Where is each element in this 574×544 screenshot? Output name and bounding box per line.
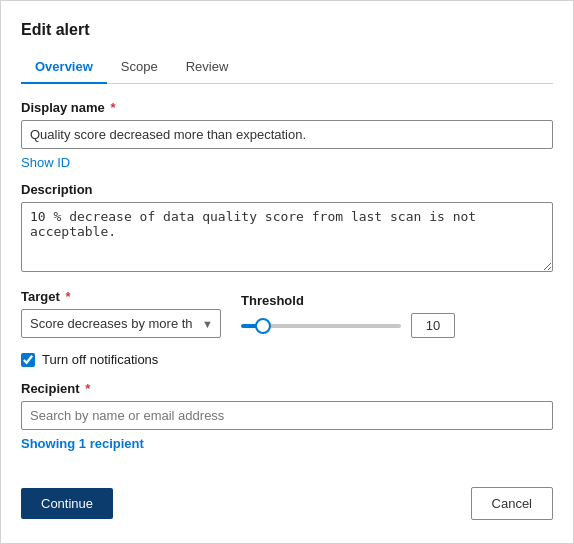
target-select-wrapper: Score decreases by more than ▼ [21, 309, 221, 338]
turn-off-notifications-checkbox[interactable] [21, 353, 35, 367]
required-star: * [107, 100, 116, 115]
target-select[interactable]: Score decreases by more than [21, 309, 221, 338]
edit-alert-dialog: Edit alert Overview Scope Review Display… [0, 0, 574, 544]
threshold-field: Threshold [241, 293, 553, 338]
continue-button[interactable]: Continue [21, 488, 113, 519]
threshold-label: Threshold [241, 293, 553, 308]
recipient-field: Recipient * Showing 1 recipient [21, 381, 553, 451]
tab-overview[interactable]: Overview [21, 53, 107, 84]
show-id-link[interactable]: Show ID [21, 155, 70, 170]
description-field: Description [21, 182, 553, 275]
turn-off-notifications-label[interactable]: Turn off notifications [42, 352, 158, 367]
turn-off-notifications-row: Turn off notifications [21, 352, 553, 367]
recipient-input[interactable] [21, 401, 553, 430]
tab-scope[interactable]: Scope [107, 53, 172, 84]
slider-container [241, 313, 553, 338]
cancel-button[interactable]: Cancel [471, 487, 553, 520]
target-threshold-row: Target * Score decreases by more than ▼ … [21, 289, 553, 338]
threshold-value-input[interactable] [411, 313, 455, 338]
recipient-label: Recipient * [21, 381, 553, 396]
display-name-field: Display name * [21, 100, 553, 149]
dialog-title: Edit alert [21, 21, 553, 39]
target-label: Target * [21, 289, 221, 304]
tab-review[interactable]: Review [172, 53, 243, 84]
recipient-required-star: * [82, 381, 91, 396]
threshold-slider[interactable] [241, 324, 401, 328]
display-name-label: Display name * [21, 100, 553, 115]
target-required-star: * [62, 289, 71, 304]
tab-bar: Overview Scope Review [21, 53, 553, 84]
description-label: Description [21, 182, 553, 197]
description-textarea[interactable] [21, 202, 553, 272]
display-name-input[interactable] [21, 120, 553, 149]
showing-recipient-text: Showing 1 recipient [21, 436, 553, 451]
target-field: Target * Score decreases by more than ▼ [21, 289, 221, 338]
dialog-footer: Continue Cancel [21, 475, 553, 520]
